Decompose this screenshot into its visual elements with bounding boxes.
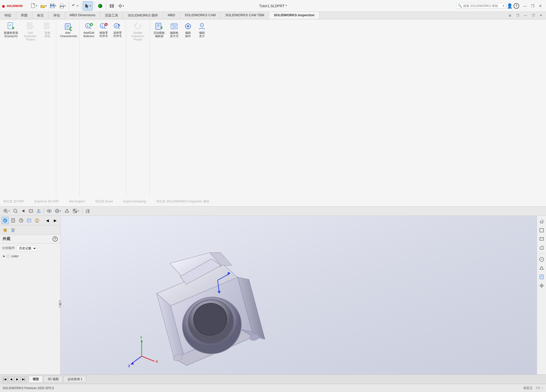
view-mode-button[interactable] (108, 1, 116, 11)
tree-item-color[interactable]: ▶ color (2, 254, 58, 259)
new-inspection-label: 新建检查项目(amp;N) (4, 31, 18, 38)
new-inspection-icon (7, 22, 15, 30)
previous-view-btn[interactable] (20, 208, 27, 214)
feature-tree-icon[interactable] (2, 217, 9, 224)
inspection-right-btn[interactable] (538, 273, 545, 280)
tab-mbd-dimensions[interactable]: MBD Dimensions (65, 12, 100, 19)
scroll-right-btn[interactable]: ▶| (21, 377, 26, 382)
export-bar: 导出至 2D PDF Export to 3D PDF Net-Inspect … (0, 197, 546, 207)
open-button[interactable]: ▾ (39, 1, 48, 11)
ribbon-restore-button[interactable]: ❐ (530, 12, 537, 19)
configuration-icon[interactable] (18, 217, 25, 224)
ribbon-minimize-button[interactable]: — (522, 12, 529, 19)
new-button[interactable]: ▾ (29, 1, 38, 11)
tree-icon (6, 254, 10, 258)
top-view-btn[interactable] (538, 235, 545, 243)
new-template-button[interactable]: 新建模板 (41, 21, 54, 39)
search-input[interactable] (463, 4, 502, 8)
svg-rect-69 (14, 209, 16, 212)
run-button[interactable] (96, 1, 104, 11)
svg-marker-81 (65, 209, 69, 212)
net-inspect-label[interactable]: Net-Inspect (69, 200, 85, 203)
ribbon-float-button[interactable]: ⧉ (506, 12, 514, 19)
front-view-btn[interactable] (538, 227, 545, 234)
add-edit-balloons-button[interactable]: 1 Add/EditBalloons (82, 21, 96, 39)
minimize-button[interactable]: — (521, 2, 528, 10)
scroll-left-btn[interactable]: |◀ (2, 377, 8, 382)
scene-right-btn[interactable] (538, 265, 545, 272)
account-icon[interactable]: 👤 (507, 3, 513, 9)
tab-sw-cam[interactable]: SOLIDWORKS CAM (180, 12, 221, 19)
edit-sales-label: 编辑卖方 (199, 31, 205, 38)
view-cube-btn[interactable] (538, 218, 545, 225)
tab-evaluate[interactable]: 评估 (49, 12, 65, 19)
view-orientation-btn[interactable] (84, 208, 91, 214)
side-view-btn[interactable] (538, 244, 545, 251)
close-button[interactable]: ✕ (537, 2, 544, 10)
svg-rect-135 (540, 228, 543, 232)
export-excel-label[interactable]: 导出至 Excel (95, 199, 113, 204)
new-inspection-button[interactable]: 新建检查项目(amp;N) (2, 21, 20, 39)
settings-button[interactable]: ▾ (116, 1, 125, 11)
tab-markup[interactable]: 标注 (32, 12, 49, 19)
color-bucket-icon[interactable] (10, 226, 17, 234)
tab-motion-1[interactable]: 运动算例 1 (64, 376, 86, 383)
search-dropdown[interactable]: ▾ (503, 4, 504, 7)
section-view-btn[interactable] (28, 208, 34, 214)
launch-template-button[interactable]: 启动模板编辑器 (152, 21, 167, 39)
ribbon-dock-button[interactable]: ❒ (514, 12, 521, 19)
export-edrawing-label[interactable]: Export eDrawing (123, 200, 146, 203)
panel-right-arrow[interactable]: ▶ (52, 217, 59, 224)
move-part-num-button[interactable]: 1 移除零件序号 (97, 21, 110, 39)
panel-help-icon[interactable]: ? (53, 236, 58, 242)
edit-inspection-button[interactable]: Edit InspectionProject (21, 21, 40, 43)
display-mode-btn[interactable]: ▾ (71, 208, 80, 214)
prev-tab-btn[interactable]: ◀ (8, 377, 14, 382)
tab-render-tools[interactable]: 渲染工具 (100, 12, 123, 19)
appearance-btn[interactable]: ▾ (54, 208, 63, 214)
tab-3d-view[interactable]: 3D 视图 (44, 376, 63, 383)
undo-button[interactable]: ▾ (70, 1, 79, 11)
collapse-handle[interactable]: ◀ (59, 300, 61, 308)
scene-btn[interactable] (64, 208, 70, 214)
appearance-right-btn[interactable] (538, 256, 545, 263)
restore-button[interactable]: ❐ (529, 2, 536, 10)
save-button[interactable]: ▾ (48, 1, 57, 11)
zoom-region-btn[interactable] (12, 208, 19, 214)
tab-model[interactable]: 模型 (29, 376, 43, 383)
help-button[interactable]: ? (514, 3, 519, 9)
svg-line-125 (132, 356, 142, 363)
select-button[interactable]: ▾ (83, 1, 93, 11)
svg-marker-70 (22, 210, 24, 212)
next-tab-btn[interactable]: ▶ (14, 377, 20, 382)
property-manager-icon[interactable] (10, 217, 17, 224)
settings-right-btn[interactable] (538, 282, 545, 289)
tab-feature[interactable]: 特征 (0, 12, 16, 19)
sort-select[interactable]: 历史记载 (17, 245, 37, 251)
update-inspection-button[interactable]: UpdateInspection Project (128, 21, 147, 43)
panel-left-arrow[interactable]: ◀ (44, 217, 51, 224)
svg-rect-12 (112, 4, 114, 8)
tab-sketch[interactable]: 草图 (16, 12, 32, 19)
edit-sales-button[interactable]: 编辑卖方 (195, 21, 208, 39)
export-sw-label[interactable]: 导出至 SOLIDWORKS Inspection 项目 (156, 199, 209, 204)
add-characteristic-button[interactable]: AddCharacteristic (58, 21, 77, 39)
tab-mbd[interactable]: MBD (163, 12, 180, 19)
export-2d-label[interactable]: 导出至 2D PDF (3, 199, 24, 204)
tab-sw-plugins[interactable]: SOLIDWORKS 插件 (123, 12, 163, 19)
edit-check-button[interactable]: 编辑检直方式 (168, 21, 181, 39)
export-3d-label[interactable]: Export to 3D PDF (35, 200, 59, 203)
zoom-fit-btn[interactable]: ▾ (2, 208, 11, 214)
edit-ops-button[interactable]: 编辑操作 (182, 21, 194, 39)
tab-sw-inspection[interactable]: SOLIDWORKS Inspection (269, 12, 319, 19)
display-manager-icon[interactable] (33, 217, 41, 224)
view-area[interactable]: X Y Z (61, 216, 537, 392)
dynamic-annotation-btn[interactable]: ABC (35, 208, 42, 214)
favorites-icon[interactable] (2, 226, 9, 234)
ribbon-close-button[interactable]: ✕ (537, 12, 544, 19)
print-button[interactable]: ▾ (58, 1, 67, 11)
tab-sw-cam-tbm[interactable]: SOLIDWORKS CAM TBM (221, 12, 269, 19)
inspection-icon[interactable] (25, 217, 33, 224)
hide-show-btn[interactable] (46, 208, 53, 214)
select-part-num-button[interactable]: 2 选择零件序号 (111, 21, 124, 39)
